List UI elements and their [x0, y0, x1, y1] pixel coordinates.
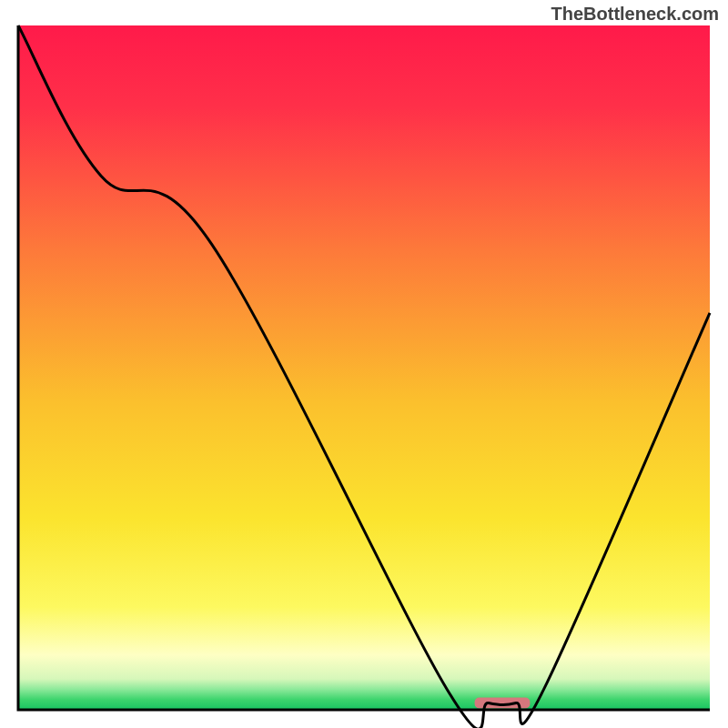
bottleneck-chart: [0, 0, 728, 728]
watermark-label: TheBottleneck.com: [551, 4, 719, 25]
chart-container: TheBottleneck.com: [0, 0, 728, 728]
plot-background: [18, 25, 710, 710]
optimal-region-marker: [475, 697, 531, 708]
